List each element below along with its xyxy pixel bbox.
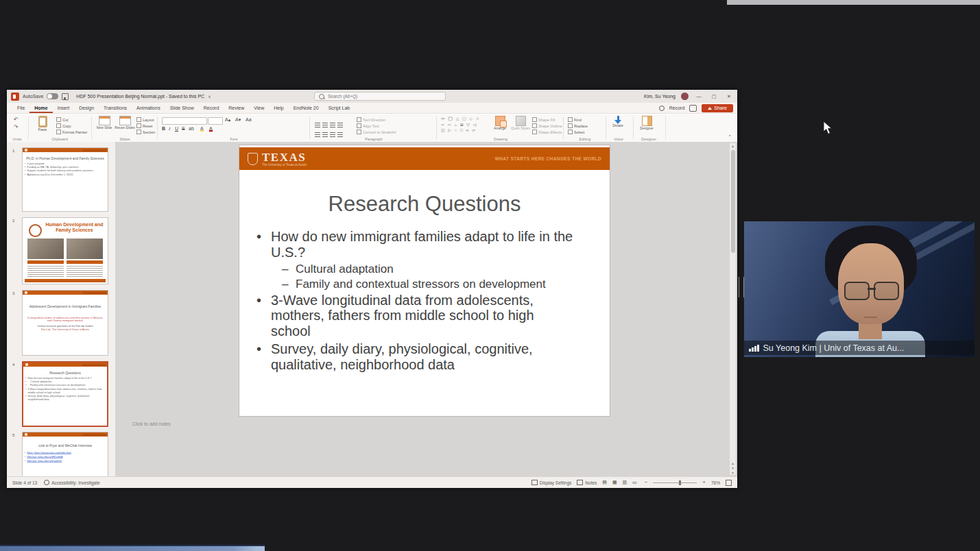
undo-button[interactable]: ↶	[14, 117, 19, 123]
cut-button[interactable]: Cut	[56, 117, 69, 122]
tab-design[interactable]: Design	[74, 103, 99, 113]
highlight-color-button[interactable]: A	[200, 126, 204, 131]
zoom-slider[interactable]	[653, 482, 697, 483]
replace-button[interactable]: Replace	[568, 123, 588, 128]
underline-button[interactable]: U	[175, 126, 178, 131]
align-right-icon	[330, 132, 335, 137]
select-icon	[568, 130, 573, 134]
tab-endnote[interactable]: EndNote 20	[289, 103, 324, 113]
numbering-icon	[322, 123, 328, 127]
text-direction-icon	[357, 117, 361, 122]
tab-view[interactable]: View	[249, 103, 269, 113]
redo-button[interactable]: ↷	[14, 124, 19, 130]
notes-button[interactable]: Notes	[577, 480, 597, 485]
maximize-button[interactable]: ▢	[709, 94, 719, 99]
zoom-percentage[interactable]: 76%	[711, 480, 720, 485]
save-icon[interactable]	[62, 93, 69, 100]
tab-script-lab[interactable]: Script Lab	[324, 103, 355, 113]
bold-button[interactable]: B	[162, 126, 165, 131]
scroll-up-icon[interactable]: ▲	[730, 144, 736, 148]
notes-placeholder[interactable]: Click to add notes	[132, 421, 171, 426]
shrink-font-button[interactable]: A▾	[235, 117, 241, 123]
paste-button[interactable]: Paste	[32, 116, 53, 132]
slide-thumbnail-3[interactable]: Adolescent Development in Immigrant Fami…	[22, 290, 108, 356]
share-button[interactable]: Share	[702, 104, 733, 112]
record-button[interactable]: Record	[669, 106, 685, 110]
layout-button[interactable]: Layout	[136, 117, 154, 122]
next-slide-icon[interactable]: ▼	[730, 466, 736, 470]
tab-help[interactable]: Help	[269, 103, 288, 113]
font-color-button[interactable]: A	[209, 126, 213, 131]
panel-resize-handle[interactable]	[739, 277, 744, 297]
vertical-scrollbar[interactable]: ▲ ▲ ▼ ▼	[730, 143, 736, 475]
grow-font-button[interactable]: A▴	[225, 117, 230, 123]
smartart-button[interactable]: Convert to SmartArt	[357, 130, 396, 134]
tab-transitions[interactable]: Transitions	[99, 103, 132, 113]
shape-fill-button[interactable]: Shape Fill	[532, 117, 555, 122]
section-button[interactable]: Section	[136, 130, 155, 134]
avatar[interactable]	[681, 93, 689, 100]
thumb-number: 5	[12, 433, 14, 437]
previous-slide-icon[interactable]: ▲	[730, 461, 736, 465]
zoom-out-button[interactable]: −	[645, 480, 648, 485]
close-button[interactable]: ✕	[724, 94, 734, 99]
fit-to-window-icon[interactable]	[726, 480, 732, 486]
quick-styles-button[interactable]: Quick Styles	[510, 116, 531, 131]
slide-thumbnail-2[interactable]: Human Development and Family Sciences	[22, 217, 108, 284]
slide-thumbnail-4-selected[interactable]: Research Questions How do new immigrant …	[22, 361, 108, 427]
comments-icon[interactable]	[689, 105, 697, 112]
shapes-gallery[interactable]: ▭ ◯ △ ▢ ◇ ☆ ⇦ ⇨ ⌂ ⊞ ▽ ◁ ◫ ▷ ○ □ ∞ ▱	[441, 116, 481, 134]
flyer-caption-bar	[67, 260, 103, 264]
tab-animations[interactable]: Animations	[132, 103, 165, 113]
find-button[interactable]: Find	[568, 117, 582, 122]
accessibility-checker[interactable]: Accessibility: Investigate	[44, 480, 99, 485]
dictate-button[interactable]: Dictate	[608, 116, 628, 128]
tab-record[interactable]: Record	[199, 103, 224, 113]
autosave-toggle[interactable]	[47, 93, 58, 99]
align-text-button[interactable]: Align Text	[357, 123, 379, 128]
divider	[157, 117, 158, 139]
tab-insert[interactable]: Insert	[53, 103, 75, 113]
slide-thumbnail-1[interactable]: Ph.D. in Human Development and Family Sc…	[22, 147, 108, 212]
slide-indicator[interactable]: Slide 4 of 13	[12, 480, 37, 485]
collapse-ribbon-icon[interactable]: ⌃	[728, 134, 732, 140]
copy-icon	[56, 123, 61, 128]
arrange-icon	[495, 116, 505, 126]
reuse-slides-button[interactable]: Reuse Slides	[115, 116, 135, 130]
strikethrough-button[interactable]: S	[182, 126, 185, 131]
document-title[interactable]: HDF 500 Presentation Beijing Normal.ppt …	[76, 94, 204, 99]
arrange-button[interactable]: Arrange	[490, 116, 510, 131]
copy-button[interactable]: Copy	[56, 123, 71, 128]
tab-file[interactable]: File	[12, 103, 29, 113]
user-name[interactable]: Kim, Su Yeong	[644, 94, 676, 99]
zoom-slider-knob[interactable]	[679, 480, 681, 485]
font-name-combo[interactable]	[162, 117, 207, 125]
designer-button[interactable]: Designer	[636, 116, 657, 131]
new-slide-button[interactable]: New Slide	[94, 116, 115, 130]
current-slide[interactable]: TEXAS The University of Texas at Austin …	[239, 145, 610, 416]
font-size-combo[interactable]	[208, 117, 223, 125]
webcam-video[interactable]: Su Yeong Kim | Univ of Texas at Au...	[744, 221, 975, 357]
slide-thumbnail-5[interactable]: Link to Flyer and WeChat Interview Flyer…	[22, 432, 108, 476]
tab-review[interactable]: Review	[224, 103, 249, 113]
italic-button[interactable]: I	[169, 126, 170, 132]
shape-outline-button[interactable]: Shape Outline	[532, 123, 562, 128]
zoom-in-button[interactable]: +	[702, 480, 706, 485]
scrollbar-thumb[interactable]	[731, 150, 735, 253]
view-switcher-icons[interactable]: ▤ ▦ ▥ ▭	[602, 480, 638, 485]
minimize-button[interactable]: —	[694, 94, 704, 99]
display-settings-button[interactable]: Display Settings	[531, 480, 572, 485]
select-button[interactable]: Select	[568, 130, 584, 134]
screen: AutoSave HDF 500 Presentation Beijing No…	[0, 0, 980, 551]
text-direction-button[interactable]: Text Direction	[357, 117, 385, 122]
tab-home[interactable]: Home	[29, 103, 52, 113]
tab-slide-show[interactable]: Slide Show	[165, 103, 199, 113]
scroll-down-icon[interactable]: ▼	[730, 471, 736, 475]
format-painter-button[interactable]: Format Painter	[56, 130, 87, 134]
chevron-down-icon[interactable]: ∨	[208, 94, 211, 99]
shape-effects-button[interactable]: Shape Effects	[532, 130, 562, 134]
reset-button[interactable]: Reset	[136, 123, 152, 128]
character-spacing-button[interactable]: ab	[189, 126, 194, 131]
search-box[interactable]: Search (Alt+Q)	[314, 92, 446, 101]
change-case-button[interactable]: Aa	[246, 117, 252, 122]
